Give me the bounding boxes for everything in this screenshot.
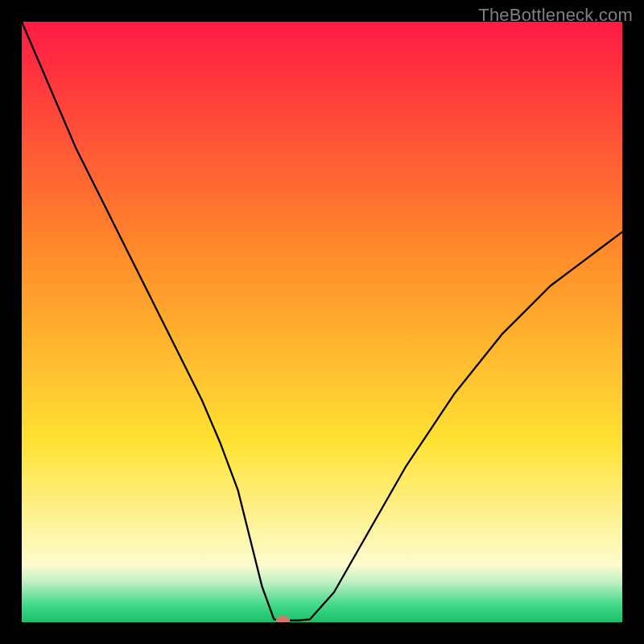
gradient-background — [22, 22, 622, 622]
chart-frame: TheBottleneck.com — [0, 0, 644, 644]
watermark-label: TheBottleneck.com — [478, 5, 633, 26]
bottleneck-chart — [22, 22, 622, 622]
optimal-marker — [276, 616, 290, 622]
